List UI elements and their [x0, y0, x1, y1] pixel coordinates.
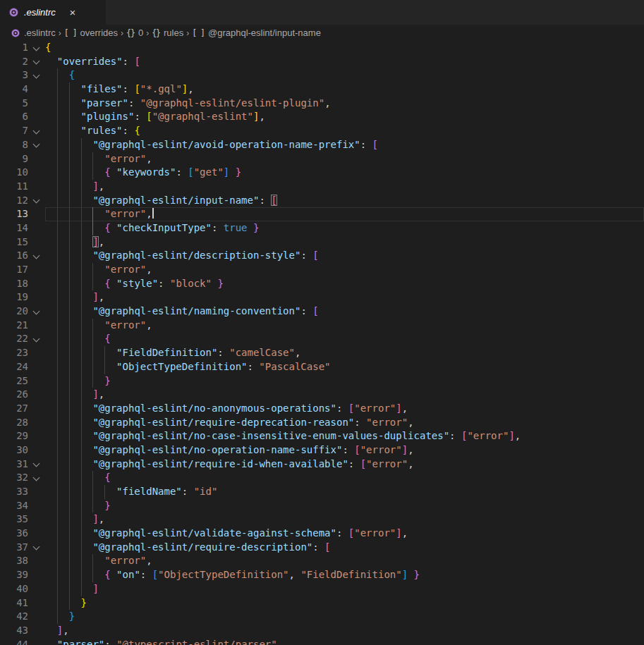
line-number[interactable]: 39: [0, 568, 28, 582]
code-text[interactable]: "files": ["*.gql"],: [45, 82, 644, 97]
tab-eslintrc[interactable]: .eslintrc ×: [0, 0, 106, 25]
line-number[interactable]: 22: [0, 332, 28, 346]
line-number[interactable]: 24: [0, 360, 28, 374]
code-text[interactable]: "@graphql-eslint/avoid-operation-name-pr…: [45, 138, 644, 152]
line-number[interactable]: 31: [0, 457, 28, 472]
fold-chevron[interactable]: [28, 194, 45, 208]
code-text[interactable]: { "checkInputType": true }: [45, 221, 644, 235]
code-text[interactable]: ],: [45, 180, 644, 194]
line-number[interactable]: 32: [0, 471, 28, 485]
line-number[interactable]: 42: [0, 610, 28, 624]
line-number[interactable]: 15: [0, 235, 28, 250]
code-text[interactable]: { "on": ["ObjectTypeDefinition", "FieldD…: [45, 568, 644, 582]
code-text[interactable]: "error",: [45, 207, 644, 221]
fold-chevron[interactable]: [28, 305, 45, 319]
code-text[interactable]: "@graphql-eslint/no-anonymous-operations…: [45, 402, 644, 416]
line-number[interactable]: 28: [0, 416, 28, 430]
code-text[interactable]: ],: [45, 624, 644, 638]
fold-chevron[interactable]: [28, 124, 45, 138]
breadcrumb-item--eslintrc[interactable]: .eslintrc: [11, 27, 56, 38]
breadcrumb-item-0[interactable]: {}0: [126, 27, 143, 38]
code-text[interactable]: "@graphql-eslint/description-style": [: [45, 249, 644, 263]
line-number[interactable]: 5: [0, 97, 28, 111]
code-text[interactable]: "@graphql-eslint/validate-against-schema…: [45, 527, 644, 541]
line-number[interactable]: 29: [0, 429, 28, 443]
fold-chevron[interactable]: [28, 55, 45, 69]
line-number[interactable]: 21: [0, 319, 28, 333]
fold-chevron[interactable]: [28, 332, 45, 346]
breadcrumb-item--graphql-eslint-input-name[interactable]: [ ]@graphql-eslint/input-name: [192, 27, 321, 38]
line-number[interactable]: 30: [0, 443, 28, 457]
line-number[interactable]: 27: [0, 402, 28, 416]
line-number[interactable]: 40: [0, 582, 28, 596]
line-number[interactable]: 12: [0, 194, 28, 208]
fold-chevron[interactable]: [28, 138, 45, 152]
line-number[interactable]: 20: [0, 305, 28, 319]
line-number[interactable]: 36: [0, 527, 28, 541]
code-text[interactable]: }: [45, 596, 644, 610]
line-number[interactable]: 33: [0, 485, 28, 499]
code-text[interactable]: "plugins": ["@graphql-eslint"],: [45, 110, 644, 124]
code-text[interactable]: {: [45, 471, 644, 485]
breadcrumb-item-rules[interactable]: {}rules: [152, 27, 183, 38]
code-text[interactable]: "parser": "@graphql-eslint/eslint-plugin…: [45, 97, 644, 111]
code-text[interactable]: "@graphql-eslint/require-description": [: [45, 541, 644, 555]
line-number[interactable]: 41: [0, 596, 28, 610]
code-text[interactable]: "parser": "@typescript-eslint/parser": [45, 638, 644, 645]
code-text[interactable]: { "keywords": ["get"] }: [45, 166, 644, 180]
code-text[interactable]: "@graphql-eslint/no-case-insensitive-enu…: [45, 429, 644, 443]
code-text[interactable]: "rules": {: [45, 124, 644, 138]
line-number[interactable]: 26: [0, 388, 28, 402]
line-number[interactable]: 18: [0, 277, 28, 291]
code-text[interactable]: "ObjectTypeDefinition": "PascalCase": [45, 360, 644, 374]
line-number[interactable]: 6: [0, 110, 28, 124]
code-text[interactable]: "@graphql-eslint/require-id-when-availab…: [45, 457, 644, 472]
code-text[interactable]: }: [45, 610, 644, 624]
code-text[interactable]: ],: [45, 290, 644, 305]
code-text[interactable]: "error",: [45, 319, 644, 333]
line-number[interactable]: 2: [0, 55, 28, 69]
code-text[interactable]: "fieldName": "id": [45, 485, 644, 499]
code-text[interactable]: "@graphql-eslint/input-name": [: [45, 194, 644, 208]
line-number[interactable]: 37: [0, 541, 28, 555]
code-text[interactable]: "@graphql-eslint/no-operation-name-suffi…: [45, 443, 644, 457]
line-number[interactable]: 1: [0, 41, 28, 55]
code-text[interactable]: ]: [45, 582, 644, 596]
code-text[interactable]: "@graphql-eslint/naming-convention": [: [45, 305, 644, 319]
line-number[interactable]: 34: [0, 499, 28, 513]
line-number[interactable]: 44: [0, 638, 28, 645]
line-number[interactable]: 17: [0, 263, 28, 277]
line-number[interactable]: 16: [0, 249, 28, 263]
line-number[interactable]: 8: [0, 138, 28, 152]
code-editor[interactable]: 1{2"overrides": [3{4"files": ["*.gql"],5…: [0, 41, 644, 645]
code-text[interactable]: }: [45, 374, 644, 388]
code-text[interactable]: {: [45, 68, 644, 82]
line-number[interactable]: 7: [0, 124, 28, 138]
fold-chevron[interactable]: [28, 541, 45, 555]
line-number[interactable]: 35: [0, 512, 28, 527]
code-text[interactable]: ],: [45, 235, 644, 250]
line-number[interactable]: 23: [0, 346, 28, 360]
line-number[interactable]: 38: [0, 554, 28, 568]
fold-chevron[interactable]: [28, 457, 45, 472]
line-number[interactable]: 4: [0, 82, 28, 97]
code-text[interactable]: { "style": "block" }: [45, 277, 644, 291]
fold-chevron[interactable]: [28, 471, 45, 485]
code-text[interactable]: {: [45, 332, 644, 346]
close-icon[interactable]: ×: [66, 6, 80, 20]
fold-chevron[interactable]: [28, 249, 45, 263]
code-text[interactable]: "error",: [45, 263, 644, 277]
line-number[interactable]: 10: [0, 166, 28, 180]
code-text[interactable]: "error",: [45, 152, 644, 166]
fold-chevron[interactable]: [28, 68, 45, 82]
code-text[interactable]: {: [45, 41, 644, 55]
code-text[interactable]: "error",: [45, 554, 644, 568]
code-text[interactable]: ],: [45, 512, 644, 527]
line-number[interactable]: 9: [0, 152, 28, 166]
code-text[interactable]: "@graphql-eslint/require-deprecation-rea…: [45, 416, 644, 430]
fold-chevron[interactable]: [28, 41, 45, 55]
line-number[interactable]: 11: [0, 180, 28, 194]
code-text[interactable]: }: [45, 499, 644, 513]
breadcrumb-item-overrides[interactable]: [ ]overrides: [64, 27, 118, 38]
line-number[interactable]: 19: [0, 290, 28, 305]
